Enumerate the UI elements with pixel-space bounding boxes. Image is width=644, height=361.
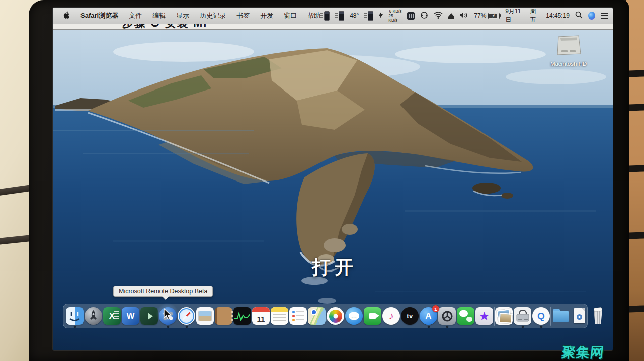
messages-icon: … [345, 307, 363, 325]
safari-icon [178, 307, 195, 325]
dock-item-disk-utility[interactable] [513, 305, 532, 327]
menubar-weekday[interactable]: 周五 [530, 8, 540, 24]
watermark: 聚集网 [561, 343, 605, 361]
spotlight-icon[interactable] [575, 11, 583, 20]
calendar-icon: 11 [252, 307, 270, 325]
cpu-gauge-widget[interactable] [335, 11, 344, 21]
launchpad-icon [85, 307, 102, 325]
dock-item-excel[interactable]: X [103, 305, 121, 327]
dock-item-disk-image[interactable] [570, 305, 589, 327]
apple-menu-icon[interactable] [63, 11, 70, 21]
clipped-page-strip: 步骤 ❷ 安装 Mi [53, 24, 613, 30]
word-icon: W [122, 307, 139, 325]
dock: X W [63, 304, 588, 328]
dock-item-trash[interactable] [589, 305, 607, 327]
dock-item-launchpad[interactable] [84, 305, 103, 327]
dock-item-quicktime[interactable]: Q [532, 305, 550, 327]
notification-center-icon[interactable] [601, 13, 608, 19]
photo-of-laptop: Safari浏览器 文件 编辑 显示 历史记录 书签 开发 窗口 帮助 48° [0, 0, 644, 361]
dock-item-downloads-folder[interactable] [551, 305, 570, 327]
dock-item-apple-tv[interactable]: tv [400, 305, 419, 327]
menu-help[interactable]: 帮助 [307, 11, 320, 20]
mouse-cursor [164, 308, 172, 322]
green-app-icon [140, 307, 158, 325]
dock-tooltip: Microsoft Remote Desktop Beta [113, 286, 213, 297]
dock-item-photos[interactable] [326, 305, 345, 327]
dock-item-maps[interactable] [307, 305, 326, 327]
sync-icon[interactable] [420, 11, 428, 21]
dock-item-safari[interactable] [177, 305, 196, 327]
volume-label: Macintosh HD [549, 61, 588, 67]
preview-icon [196, 307, 214, 325]
dock-item-activity-monitor[interactable] [233, 305, 252, 327]
menu-bookmarks[interactable]: 书签 [236, 11, 250, 20]
volume-icon[interactable] [460, 12, 468, 20]
dock-item-music[interactable]: ♪ [382, 305, 400, 327]
battery-indicator[interactable]: 77% ⚡ [474, 12, 500, 19]
clipped-caption-text: 步骤 ❷ 安装 Mi [122, 24, 207, 30]
maps-icon [308, 307, 326, 325]
dock-item-imovie[interactable]: ★ [475, 305, 494, 327]
dock-item-app-store[interactable]: A 1 [419, 305, 438, 327]
fan-bolt-icon[interactable] [379, 12, 383, 20]
dock-item-calendar[interactable]: 11 [252, 305, 270, 327]
menu-edit[interactable]: 编辑 [152, 11, 166, 20]
dock-item-notes[interactable] [270, 305, 289, 327]
menu-history[interactable]: 历史记录 [200, 11, 226, 20]
downloads-folder-icon [552, 307, 570, 325]
app-store-badge: 1 [432, 305, 439, 312]
temperature-widget[interactable]: 48° [350, 12, 359, 19]
gray-utility-icon [438, 307, 456, 325]
hard-drive-icon [554, 34, 583, 58]
menu-window[interactable]: 窗口 [284, 11, 297, 20]
app-store-icon: A 1 [420, 307, 437, 325]
notes-icon [271, 307, 288, 325]
activity-monitor-icon [233, 307, 251, 325]
memory-gauge-widget[interactable] [320, 11, 330, 21]
menu-bar: Safari浏览器 文件 编辑 显示 历史记录 书签 开发 窗口 帮助 48° [53, 8, 613, 24]
disk-gauge-widget[interactable] [364, 11, 373, 21]
dock-item-messages[interactable]: … [345, 305, 363, 327]
wechat-icon [457, 307, 474, 325]
siri-icon[interactable] [588, 12, 595, 20]
photo-stack-icon [495, 307, 513, 325]
trash-icon [589, 307, 607, 325]
desktop-wallpaper [53, 29, 613, 350]
dock-item-contacts[interactable] [214, 305, 233, 327]
excel-icon: X [103, 307, 121, 325]
dock-item-reminders[interactable] [289, 305, 307, 327]
finder-icon [66, 307, 84, 325]
facetime-icon [364, 307, 381, 325]
eject-icon[interactable] [448, 13, 454, 19]
dock-item-preview[interactable] [196, 305, 214, 327]
dock-item-facetime[interactable] [363, 305, 382, 327]
reminders-icon [289, 307, 307, 325]
dock-item-finder[interactable] [65, 305, 84, 327]
dock-item-gray-utility[interactable] [438, 305, 456, 327]
menubar-date[interactable]: 9月11日 [505, 8, 524, 24]
calendar-widget-icon[interactable] [407, 12, 415, 20]
laptop-screen: Safari浏览器 文件 编辑 显示 历史记录 书签 开发 窗口 帮助 48° [53, 8, 613, 350]
dock-item-photo-stack[interactable] [495, 305, 513, 327]
music-icon: ♪ [382, 307, 400, 325]
imovie-icon: ★ [475, 307, 493, 325]
menubar-time[interactable]: 14:45:19 [546, 12, 570, 19]
disk-utility-icon [514, 307, 531, 325]
network-speed-widget[interactable]: 6 KB/s 25 KB/s [388, 9, 401, 23]
disk-image-icon [571, 307, 588, 325]
apple-tv-icon: tv [401, 307, 419, 325]
dock-item-word[interactable]: W [121, 305, 140, 327]
quicktime-icon: Q [532, 307, 550, 325]
contacts-icon [215, 307, 232, 325]
menu-file[interactable]: 文件 [129, 11, 142, 20]
wifi-icon[interactable] [434, 12, 443, 20]
menu-develop[interactable]: 开发 [260, 11, 273, 20]
active-app-menu[interactable]: Safari浏览器 [80, 11, 118, 20]
macintosh-hd-desktop-icon[interactable]: Macintosh HD [549, 34, 588, 67]
dock-item-wechat[interactable] [456, 305, 475, 327]
photos-icon [327, 307, 344, 325]
menu-view[interactable]: 显示 [176, 11, 189, 20]
video-caption-overlay: 打开 [269, 255, 400, 280]
